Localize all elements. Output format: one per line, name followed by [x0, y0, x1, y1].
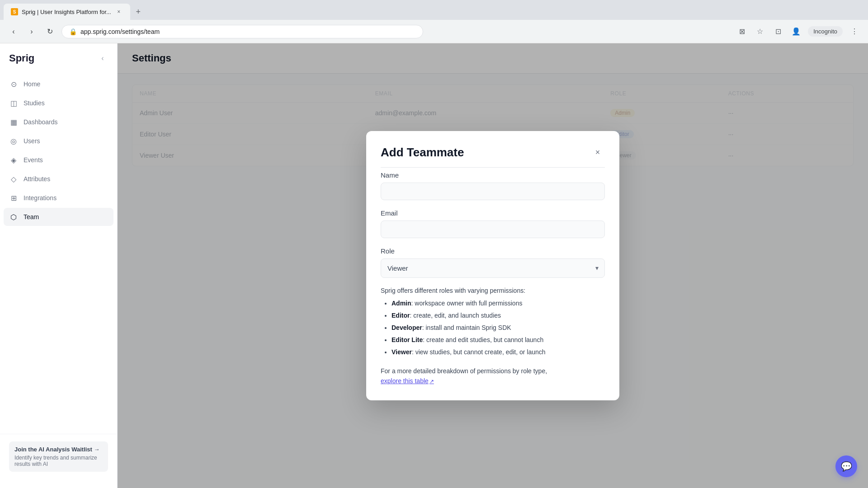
- sidebar-item-label-attributes: Attributes: [24, 175, 50, 183]
- attributes-icon: ◇: [9, 174, 18, 183]
- url-text: app.sprig.com/settings/team: [80, 28, 160, 35]
- role-editor-lite-name: Editor Lite: [392, 336, 423, 343]
- role-developer-desc: install and maintain Sprig SDK: [425, 324, 511, 331]
- sidebar-logo-area: Sprig ‹: [0, 52, 117, 75]
- events-icon: ◈: [9, 155, 18, 164]
- sidebar-collapse-button[interactable]: ‹: [97, 53, 108, 64]
- roles-list: Admin: workspace owner with full permiss…: [381, 299, 605, 357]
- url-bar[interactable]: 🔒 app.sprig.com/settings/team: [61, 25, 423, 38]
- lock-icon: 🔒: [69, 28, 77, 35]
- list-item: Editor Lite: create and edit studies, bu…: [392, 335, 605, 345]
- dashboards-icon: ▦: [9, 117, 18, 127]
- modal-title: Add Teammate: [381, 145, 464, 160]
- tab-favicon: S: [11, 8, 18, 15]
- bookmark-icon[interactable]: ☆: [754, 25, 766, 38]
- modal-close-button[interactable]: ×: [590, 145, 605, 160]
- name-form-group: Name: [381, 171, 605, 200]
- role-label: Role: [381, 247, 605, 255]
- tab-title: Sprig | User Insights Platform for...: [22, 9, 111, 15]
- roles-info: Sprig offers different roles with varyin…: [381, 287, 605, 357]
- sidebar-item-events[interactable]: ◈ Events: [4, 151, 113, 169]
- studies-icon: ◫: [9, 99, 18, 108]
- sidebar-item-studies[interactable]: ◫ Studies: [4, 94, 113, 112]
- role-select[interactable]: Admin Editor Developer Editor Lite Viewe…: [381, 258, 605, 278]
- ai-badge-title: Join the AI Analysis Waitlist →: [14, 446, 103, 453]
- list-item: Viewer: view studies, but cannot create,…: [392, 347, 605, 357]
- role-admin-name: Admin: [392, 300, 411, 307]
- email-input[interactable]: [381, 221, 605, 238]
- cast-icon[interactable]: ⊠: [736, 25, 748, 38]
- sidebar-item-label-users: Users: [24, 137, 40, 145]
- address-bar: ‹ › ↻ 🔒 app.sprig.com/settings/team ⊠ ☆ …: [0, 20, 868, 43]
- permissions-note: For a more detailed breakdown of permiss…: [381, 366, 605, 386]
- menu-icon[interactable]: ⋮: [848, 25, 861, 38]
- main-content: Settings Name Email Role Actions Admin U…: [118, 43, 868, 488]
- back-button[interactable]: ‹: [7, 25, 20, 38]
- sidebar-item-label-studies: Studies: [24, 99, 45, 107]
- permissions-note-text: For a more detailed breakdown of permiss…: [381, 367, 547, 375]
- sidebar-item-label-team: Team: [24, 213, 39, 221]
- list-item: Editor: create, edit, and launch studies: [392, 311, 605, 320]
- role-editor-desc: create, edit, and launch studies: [413, 312, 501, 319]
- sidebar-item-label-dashboards: Dashboards: [24, 118, 58, 126]
- sidebar-item-attributes[interactable]: ◇ Attributes: [4, 170, 113, 188]
- role-form-group: Role Admin Editor Developer Editor Lite …: [381, 247, 605, 278]
- app-layout: Sprig ‹ ⊙ Home ◫ Studies ▦ Dashboards ◎ …: [0, 43, 868, 488]
- external-link-icon: ↗: [429, 378, 434, 385]
- browser-actions: ⊠ ☆ ⊡ 👤 Incognito ⋮: [736, 25, 861, 38]
- incognito-label: Incognito: [813, 28, 837, 35]
- sidebar-nav: ⊙ Home ◫ Studies ▦ Dashboards ◎ Users ◈ …: [0, 75, 117, 434]
- add-teammate-modal: Add Teammate × Name Email Role Admin: [366, 131, 619, 401]
- incognito-button[interactable]: Incognito: [808, 26, 843, 37]
- sidebar-item-label-events: Events: [24, 156, 43, 164]
- role-editor-name: Editor: [392, 312, 410, 319]
- users-icon: ◎: [9, 136, 18, 145]
- name-label: Name: [381, 171, 605, 179]
- chat-icon: 💬: [841, 461, 852, 472]
- email-label: Email: [381, 209, 605, 217]
- new-tab-button[interactable]: +: [132, 5, 145, 18]
- tab-bar: S Sprig | User Insights Platform for... …: [0, 0, 868, 20]
- integrations-icon: ⊞: [9, 193, 18, 202]
- sidebar-item-team[interactable]: ⬡ Team: [4, 208, 113, 226]
- role-editor-lite-desc: create and edit studies, but cannot laun…: [426, 336, 543, 343]
- sidebar-item-label-integrations: Integrations: [24, 194, 57, 202]
- profile-icon[interactable]: ⊡: [772, 25, 784, 38]
- sidebar-item-integrations[interactable]: ⊞ Integrations: [4, 189, 113, 207]
- list-item: Developer: install and maintain Sprig SD…: [392, 323, 605, 333]
- explore-table-link[interactable]: explore this table↗: [381, 377, 434, 385]
- list-item: Admin: workspace owner with full permiss…: [392, 299, 605, 308]
- sidebar: Sprig ‹ ⊙ Home ◫ Studies ▦ Dashboards ◎ …: [0, 43, 118, 488]
- ai-badge[interactable]: Join the AI Analysis Waitlist → Identify…: [9, 441, 108, 472]
- role-developer-name: Developer: [392, 324, 422, 331]
- modal-header: Add Teammate ×: [381, 145, 605, 168]
- email-form-group: Email: [381, 209, 605, 238]
- sidebar-item-label-home: Home: [24, 80, 40, 88]
- role-admin-desc: workspace owner with full permissions: [415, 300, 522, 307]
- home-icon: ⊙: [9, 80, 18, 89]
- chat-support-button[interactable]: 💬: [835, 455, 857, 477]
- team-icon: ⬡: [9, 212, 18, 221]
- sidebar-item-dashboards[interactable]: ▦ Dashboards: [4, 113, 113, 131]
- role-viewer-desc: view studies, but cannot create, edit, o…: [415, 348, 546, 356]
- roles-intro-text: Sprig offers different roles with varyin…: [381, 287, 605, 294]
- tab-close-button[interactable]: ×: [115, 8, 123, 16]
- sidebar-item-home[interactable]: ⊙ Home: [4, 75, 113, 93]
- reload-button[interactable]: ↻: [43, 25, 56, 38]
- active-tab[interactable]: S Sprig | User Insights Platform for... …: [4, 4, 130, 20]
- modal-overlay[interactable]: Add Teammate × Name Email Role Admin: [118, 43, 868, 488]
- role-viewer-name: Viewer: [392, 348, 412, 356]
- name-input[interactable]: [381, 183, 605, 200]
- sidebar-bottom: Join the AI Analysis Waitlist → Identify…: [0, 434, 117, 479]
- sidebar-item-users[interactable]: ◎ Users: [4, 132, 113, 150]
- role-viewer-colon: :: [412, 348, 415, 356]
- role-select-wrapper: Admin Editor Developer Editor Lite Viewe…: [381, 258, 605, 278]
- logo: Sprig: [9, 52, 34, 64]
- account-icon[interactable]: 👤: [790, 25, 802, 38]
- forward-button[interactable]: ›: [25, 25, 38, 38]
- role-editor-lite-colon: :: [423, 336, 426, 343]
- ai-badge-subtitle: Identify key trends and summarize result…: [14, 455, 103, 467]
- explore-link-text: explore this table: [381, 377, 429, 385]
- browser-chrome: S Sprig | User Insights Platform for... …: [0, 0, 868, 43]
